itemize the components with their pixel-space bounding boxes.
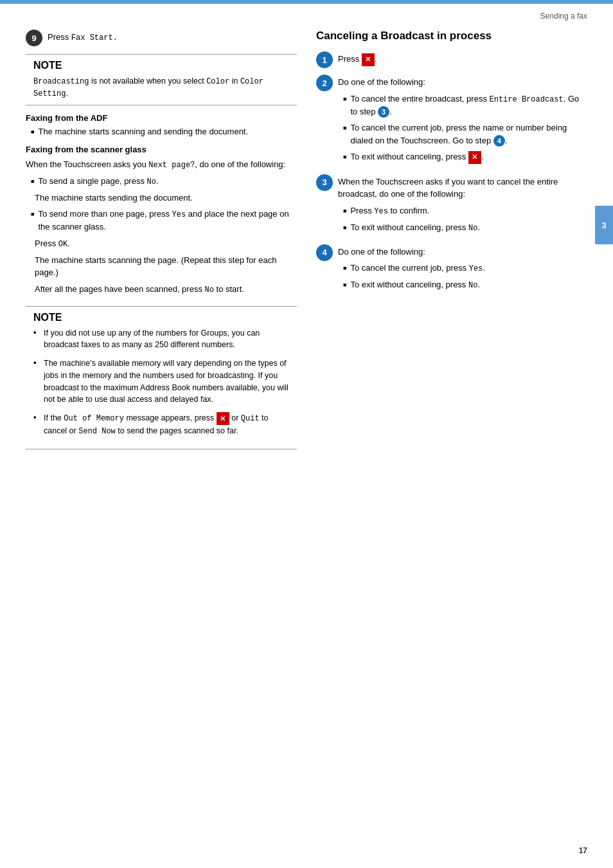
fax-adf-bullets: The machine starts scanning and sending … [26,125,297,138]
step4-row: 4 Do one of the following: To cancel the… [316,244,587,296]
note1-text1: is not available when you select [89,77,206,86]
header-title: Sending a fax [540,12,587,21]
step1-row: 1 Press . [316,51,587,68]
step1-circle: 1 [316,51,333,68]
step3-bullets: Press Yes to confirm. To exit without ca… [338,204,587,234]
step9-text: Press Fax Start. [48,30,118,44]
fax-scanner-heading: Faxing from the scanner glass [26,145,297,154]
step3-text: When the Touchscreen asks if you want to… [338,174,587,238]
fax-scanner-bullet1: To send a single page, press No. [31,175,297,188]
fax-adf-heading: Faxing from the ADF [26,113,297,123]
step4-circle: 4 [316,244,333,261]
fax-press-ok: Press OK. [35,237,297,250]
fax-adf-bullet1: The machine starts scanning and sending … [31,125,297,138]
fax-scanner-bullets: To send a single page, press No. [26,175,297,188]
step9-press-label: Press [48,32,69,42]
note2-box: NOTE • If you did not use up any of the … [26,306,297,450]
step-ref-4: 4 [493,135,505,147]
step2-bullet1: To cancel the entire broadcast, press En… [343,93,587,118]
step2-bullet2: To cancel the current job, press the nam… [343,122,587,147]
fax-after-scan: After all the pages have been scanned, p… [35,283,297,296]
page-header: Sending a fax [0,4,613,23]
step2-circle: 2 [316,75,333,91]
note1-code2: Color [206,77,229,86]
step3-bullet2: To exit without canceling, press No. [343,221,587,234]
page-number: 17 [579,846,587,855]
step-ref-3: 3 [378,106,389,118]
note2-title: NOTE [33,312,289,323]
x-icon-inline [217,412,229,425]
step2-bullets: To cancel the entire broadcast, press En… [338,93,587,164]
step2-row: 2 Do one of the following: To cancel the… [316,75,587,168]
step1-text: Press . [338,51,377,66]
x-icon-step2b3 [468,151,481,164]
note2-bullet1: • If you did not use up any of the numbe… [33,327,289,352]
note1-box: NOTE Broadcasting is not available when … [26,54,297,105]
fax-bullet1-sub: The machine starts sending the document. [35,192,297,204]
step4-bullet2: To exit without canceling, press No. [343,278,485,291]
left-column: 9 Press Fax Start. NOTE Broadcasting is … [26,30,297,457]
step9-row: 9 Press Fax Start. [26,30,297,46]
note1-title: NOTE [33,60,289,71]
step4-bullet1: To cancel the current job, press Yes. [343,262,485,275]
note2-bullet2: • The machine's available memory will va… [33,357,289,406]
note1-code1: Broadcasting [33,77,89,86]
fax-scanner-bullet2: To send more than one page, press Yes an… [31,208,297,233]
note1-content: Broadcasting is not available when you s… [33,75,289,100]
fax-scanner-bullet2-list: To send more than one page, press Yes an… [26,208,297,233]
note2-content: • If you did not use up any of the numbe… [33,327,289,438]
step2-bullet3: To exit without canceling, press . [343,150,587,164]
step9-code: Fax Start. [71,33,118,42]
step4-bullets: To cancel the current job, press Yes. To… [338,262,485,291]
step3-bullet1: Press Yes to confirm. [343,204,587,217]
step4-text: Do one of the following: To cancel the c… [338,244,485,296]
note1-end: . [66,89,67,98]
fax-scanner-intro: When the Touchscreen asks you Next page?… [26,158,297,171]
note2-bullet3: • If the Out of Memory message appears, … [33,412,289,437]
step2-text: Do one of the following: To cancel the e… [338,75,587,168]
step9-circle: 9 [26,30,42,46]
fax-ok-sub: The machine starts scanning the page. (R… [35,254,297,279]
step3-circle: 3 [316,174,333,191]
step3-row: 3 When the Touchscreen asks if you want … [316,174,587,238]
chapter-tab: 3 [595,206,613,244]
x-icon-step1 [362,53,375,66]
right-column: Canceling a Broadcast in process 1 Press… [316,30,587,457]
note1-text2: in [229,77,240,86]
section-title: Canceling a Broadcast in process [316,30,587,42]
